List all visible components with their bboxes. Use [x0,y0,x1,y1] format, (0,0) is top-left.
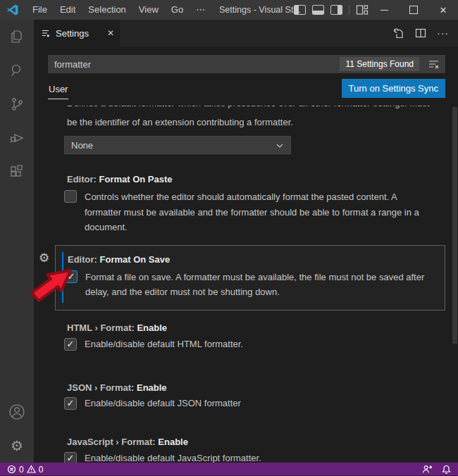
settings-count-badge: 11 Settings Found [340,57,419,71]
tab-settings[interactable]: Settings ✕ [34,20,120,46]
default-formatter-description: be the identifier of an extension contri… [67,115,445,130]
setting-category: JavaScript › Format: [67,437,158,447]
tab-close-icon[interactable]: ✕ [107,28,114,38]
select-value: None [65,140,93,151]
warning-count: 0 [39,465,44,475]
settings-header: 11 Settings Found User Turn on Settings … [34,46,458,106]
manage-gear-icon[interactable]: ⚙ [0,429,34,463]
toggle-panel-icon[interactable] [312,5,324,15]
setting-description: Controls whether the editor should autom… [85,189,419,235]
clipped-description-line: Defines a default formatter which takes … [67,106,445,111]
setting-description: Enable/disable default HTML formatter. [85,337,243,351]
more-actions-icon[interactable]: ··· [437,28,449,38]
setting-row-format-on-paste: Controls whether the editor should autom… [64,189,458,235]
checkbox-json-format-enable[interactable]: ✓ [64,397,77,410]
source-control-icon[interactable] [0,87,34,121]
setting-name: Format On Paste [99,174,173,184]
settings-editor: Settings ✕ ··· 11 Settings Found User T [34,20,458,463]
setting-title-format-on-save: Editor: Format On Save [68,254,445,265]
notifications-bell-icon[interactable] [442,465,451,475]
error-count: 0 [19,465,24,475]
setting-category: JSON › Format: [67,382,137,393]
feedback-icon[interactable] [422,465,432,474]
window-title: Settings - Visual St... [219,0,301,20]
clear-filter-icon[interactable] [428,58,440,70]
chevron-down-icon [275,141,285,153]
setting-category: HTML › Format: [67,322,137,333]
tab-label: Settings [56,28,102,39]
tab-user-scope[interactable]: User [48,82,68,99]
explorer-icon[interactable] [0,20,34,54]
titlebar: File Edit Selection View Go ⋯ Settings -… [0,0,458,20]
setting-row-gear-icon[interactable]: ⚙ [39,251,49,265]
customize-layout-icon[interactable] [356,4,369,15]
menu-selection[interactable]: Selection [82,0,132,20]
menu-view[interactable]: View [132,0,165,20]
setting-description: Format a file on save. A formatter must … [85,270,424,300]
menu-more[interactable]: ⋯ [190,0,211,20]
scrollbar-thumb[interactable] [452,107,457,344]
settings-list: Defines a default formatter which takes … [34,106,458,465]
toggle-secondary-sidebar-icon[interactable] [330,5,342,15]
setting-title-json-format-enable: JSON › Format: Enable [67,382,458,394]
warning-icon [27,465,36,474]
settings-search-input[interactable] [48,59,322,70]
activity-bar: ⚙ [0,20,34,463]
setting-title-html-format-enable: HTML › Format: Enable [67,322,458,334]
setting-name: Enable [137,322,167,333]
run-debug-icon[interactable] [0,121,34,155]
tab-bar: Settings ✕ ··· [34,20,458,46]
setting-category: Editor: [67,174,99,184]
extensions-icon[interactable] [0,155,34,189]
menu-file[interactable]: File [26,0,54,20]
account-icon[interactable] [0,395,34,429]
default-formatter-select[interactable]: None [64,136,291,154]
vscode-logo-icon [6,4,19,16]
split-editor-icon[interactable] [415,27,426,39]
setting-name: Format On Save [100,254,171,265]
menu-go[interactable]: Go [165,0,190,20]
close-button[interactable]: ✕ [428,0,458,20]
error-icon [7,465,16,474]
setting-name: Enable [158,437,188,447]
setting-title-format-on-paste: Editor: Format On Paste [67,174,458,185]
setting-row-html-format-enable: ✓ Enable/disable default HTML formatter. [64,337,458,351]
setting-row-json-format-enable: ✓ Enable/disable default JSON formatter [64,396,458,411]
settings-search-box[interactable]: 11 Settings Found [48,55,445,73]
checkbox-format-on-paste[interactable] [64,190,77,203]
red-arrow-annotation [27,265,75,317]
turn-on-settings-sync-button[interactable]: Turn on Settings Sync [342,79,445,98]
titlebar-separator [349,5,349,15]
checkbox-html-format-enable[interactable]: ✓ [64,338,77,351]
toggle-sidebar-icon[interactable] [294,5,306,15]
maximize-button[interactable] [399,0,428,20]
setting-title-javascript-format-enable: JavaScript › Format: Enable [67,437,458,448]
setting-name: Enable [137,382,167,393]
setting-description: Enable/disable default JSON formatter [85,396,241,411]
search-icon[interactable] [0,54,34,87]
open-settings-json-icon[interactable] [392,27,404,39]
settings-tune-icon [41,28,51,38]
status-bar: 0 0 [0,463,458,476]
minimize-button[interactable] [369,0,399,20]
setting-row-format-on-save[interactable]: Editor: Format On Save ✓ Format a file o… [55,245,445,311]
menu-edit[interactable]: Edit [54,0,82,20]
problems-indicator[interactable]: 0 0 [7,465,43,475]
setting-category: Editor: [68,254,100,265]
settings-scope-row: User Turn on Settings Sync [48,73,445,106]
